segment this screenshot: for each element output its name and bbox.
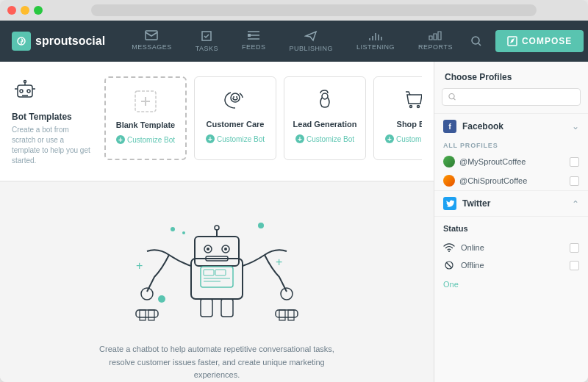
online-checkbox[interactable] [570,243,579,253]
publishing-icon [304,30,318,42]
url-bar [91,4,537,16]
nav-tasks[interactable]: TASKS [184,24,230,58]
svg-point-41 [171,227,175,231]
profiles-search-input[interactable] [461,93,574,101]
listening-icon [369,30,382,40]
svg-point-8 [24,81,26,83]
chisprout-checkbox[interactable] [570,176,579,186]
templates-grid: Blank Template + Customize Bot [104,76,422,160]
chatbot-section: + + Create a chatbot to help automate re… [0,181,434,382]
nav-messages[interactable]: MESSAGES [120,24,184,58]
svg-rect-18 [195,237,239,266]
minimize-dot[interactable] [21,6,29,15]
offline-label: Offline [461,261,484,270]
svg-text:+: + [276,256,282,268]
status-section: Status Online [434,216,588,299]
all-profiles-label: ALL PROFILES [434,139,588,152]
nav-feeds[interactable]: FEEDS [230,24,278,58]
feeds-icon [247,30,260,40]
blank-template-action: + Customize Bot [116,135,175,144]
facebook-section: f Facebook ⌄ ALL PROFILES @MySproutCoffe… [434,113,588,190]
mysprout-handle: @MySproutCoffee [459,157,526,166]
nav-right: COMPOSE [465,29,584,53]
svg-point-21 [207,248,209,251]
nav-listening[interactable]: LISTENING [345,24,406,58]
svg-point-13 [322,93,328,99]
main-content: Bot Templates Create a bot from scratch … [0,62,588,382]
svg-point-11 [233,96,234,98]
blank-template-name: Blank Template [116,120,176,129]
navbar: sproutsocial MESSAGES TASKS [0,21,588,62]
offline-checkbox[interactable] [570,261,579,270]
close-dot[interactable] [7,6,16,15]
facebook-section-header[interactable]: f Facebook ⌄ [434,114,588,139]
one-label[interactable]: One [443,274,579,292]
facebook-icon: f [443,120,456,133]
profile-item-mysprout: @MySproutCoffee [434,152,588,171]
svg-rect-36 [140,310,146,320]
search-button[interactable] [465,29,488,53]
care-template-name: Customer Care [207,120,265,129]
svg-rect-2 [248,34,251,37]
svg-point-48 [448,251,450,252]
nav-publishing[interactable]: PUBLISHING [278,24,345,58]
svg-point-22 [224,248,227,251]
template-card-shop[interactable]: Shop Bot + Customize Bot [373,76,422,160]
facebook-chevron-icon: ⌄ [572,121,579,131]
profiles-title: Choose Profiles [434,62,588,88]
app-window: sproutsocial MESSAGES TASKS [0,0,588,382]
svg-point-14 [410,106,412,108]
sprout-icon [15,35,27,47]
logo-icon [12,32,31,51]
template-card-blank[interactable]: Blank Template + Customize Bot [104,76,187,160]
compose-button[interactable]: COMPOSE [495,30,584,52]
lead-template-action: + Customize Bot [295,134,354,143]
nav-reports[interactable]: REPORTS [406,24,465,58]
twitter-section-header[interactable]: Twitter ⌄ [434,191,588,216]
profile-item-chisprout: @ChiSproutCoffee [434,171,588,190]
profiles-search-container [442,88,581,106]
templates-section: Bot Templates Create a bot from scratch … [0,62,434,181]
svg-rect-27 [204,270,214,275]
tasks-icon [201,30,212,42]
twitter-icon [443,197,456,210]
svg-point-10 [231,93,240,102]
templates-title: Bot Templates [12,112,93,122]
svg-rect-28 [215,270,226,275]
svg-point-15 [417,106,420,108]
svg-point-43 [158,295,165,303]
status-label: Status [443,224,579,233]
svg-text:+: + [136,259,143,272]
svg-point-33 [141,288,153,300]
chisprout-handle: @ChiSproutCoffee [459,176,527,185]
svg-point-34 [281,288,293,300]
svg-rect-32 [221,299,233,317]
logo: sproutsocial [12,32,105,51]
profiles-search-icon [448,93,456,101]
search-icon [470,35,482,47]
logo-text: sproutsocial [35,35,105,48]
titlebar [0,0,588,21]
svg-point-3 [472,37,479,44]
right-panel: Choose Profiles f Facebook ⌄ ALL PROFILE [434,62,588,382]
maximize-dot[interactable] [34,6,43,15]
template-card-care[interactable]: Customer Care + Customize Bot [194,76,276,160]
shop-template-action: + Customize Bot [385,134,422,143]
svg-rect-39 [279,310,285,320]
lead-template-name: Lead Generation [293,120,357,129]
status-online: Online [443,239,579,256]
messages-icon [145,30,158,40]
bot-template-icon [12,76,38,103]
care-template-action: + Customize Bot [206,134,265,143]
svg-rect-37 [148,310,154,320]
template-card-lead[interactable]: Lead Generation + Customize Bot [284,76,366,160]
chatbot-description: Create a chatbot to help automate repeti… [92,343,342,382]
svg-rect-1 [146,31,157,40]
mysprout-checkbox[interactable] [570,157,579,167]
status-offline: Offline [443,256,579,274]
mysprout-avatar [443,156,455,167]
offline-icon [443,259,455,271]
twitter-section: Twitter ⌄ [434,190,588,216]
svg-point-42 [258,223,264,228]
svg-point-6 [20,90,23,93]
